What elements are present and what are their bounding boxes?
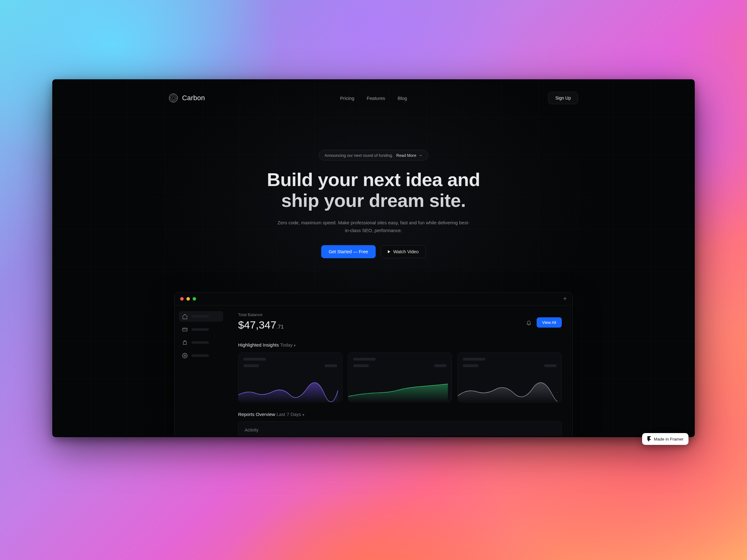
insight-chart-gray: [458, 381, 558, 402]
sidebar-label-skeleton: [191, 328, 209, 331]
plus-icon[interactable]: +: [563, 295, 567, 302]
sidebar-item-home[interactable]: [179, 311, 223, 322]
nav-link-blog[interactable]: Blog: [398, 96, 407, 101]
insight-card[interactable]: [238, 352, 342, 402]
browser-window: Carbon Pricing Features Blog Sign Up Ann…: [52, 79, 695, 437]
insights-scope-label: Today: [280, 342, 292, 348]
skeleton-line: [544, 364, 557, 367]
skeleton-line: [463, 358, 485, 361]
nav-link-pricing[interactable]: Pricing: [340, 96, 354, 101]
insights-title-text: Highlighted Insights: [238, 342, 279, 348]
announcement-pill[interactable]: Announcing our next round of funding. Re…: [319, 150, 429, 161]
watch-video-button[interactable]: Watch Video: [381, 245, 426, 258]
traffic-lights: [180, 297, 196, 300]
insight-chart-purple: [238, 381, 338, 402]
traffic-minimize-icon: [186, 297, 190, 300]
skeleton-line: [353, 364, 369, 367]
insight-chart-green: [348, 381, 448, 402]
sidebar-item-card[interactable]: [179, 324, 223, 335]
chevron-down-icon: ▾: [294, 344, 296, 347]
skeleton-line: [325, 364, 337, 367]
sidebar-label-skeleton: [191, 354, 209, 357]
announcement-text: Announcing our next round of funding.: [325, 153, 393, 158]
skeleton-line: [243, 364, 259, 367]
hero-title: Build your next idea and ship your dream…: [267, 169, 480, 211]
arrow-right-icon: →: [418, 153, 422, 158]
skeleton-line: [353, 358, 376, 361]
insight-cards: [238, 352, 562, 402]
balance-row: Total Balance $47,347.71 View All: [238, 312, 562, 331]
announcement-readmore[interactable]: Read More →: [396, 153, 422, 158]
product-main: Total Balance $47,347.71 View All: [228, 305, 572, 437]
product-screenshot: +: [174, 292, 573, 437]
get-started-button[interactable]: Get Started — Free: [321, 245, 376, 258]
skeleton-line: [463, 364, 479, 367]
signup-button[interactable]: Sign Up: [548, 92, 578, 104]
reports-card[interactable]: Activity: [238, 421, 562, 437]
reports-scope-label: Last 7 Days: [276, 411, 301, 417]
hero-section: Announcing our next round of funding. Re…: [53, 150, 694, 258]
insights-scope[interactable]: Today▾: [280, 342, 296, 348]
bell-icon[interactable]: [526, 320, 532, 325]
watch-video-label: Watch Video: [393, 249, 419, 254]
framer-icon: [647, 436, 651, 442]
sidebar-label-skeleton: [191, 315, 209, 318]
svg-point-1: [184, 355, 186, 356]
made-in-framer-badge[interactable]: Made in Framer: [642, 433, 689, 445]
announcement-cta-label: Read More: [396, 153, 416, 158]
made-in-framer-label: Made in Framer: [654, 437, 684, 442]
hero-title-line1: Build your next idea and: [267, 169, 480, 190]
site-nav: Carbon Pricing Features Blog Sign Up: [53, 89, 694, 107]
hero-ctas: Get Started — Free Watch Video: [321, 245, 426, 258]
hero-title-line2: ship your dream site.: [281, 190, 466, 211]
chevron-down-icon: ▾: [303, 413, 304, 417]
bag-icon: [182, 340, 188, 345]
brand-name: Carbon: [182, 94, 205, 102]
balance-label: Total Balance: [238, 312, 284, 317]
hero-subtitle: Zero code, maximum speed. Make professio…: [277, 219, 470, 235]
svg-rect-0: [183, 328, 187, 331]
nav-links: Pricing Features Blog: [340, 96, 407, 101]
traffic-close-icon: [180, 297, 184, 300]
sidebar-label-skeleton: [191, 341, 209, 344]
skeleton-line: [434, 364, 447, 367]
logo-mark-icon: [169, 94, 178, 102]
traffic-zoom-icon: [193, 297, 196, 300]
skeleton-line: [243, 358, 266, 361]
window-chrome: +: [175, 292, 572, 305]
home-icon: [182, 314, 188, 319]
sidebar-item-bag[interactable]: [179, 337, 223, 348]
insights-title: Highlighted Insights Today▾: [238, 342, 562, 348]
balance-value: $47,347.71: [238, 319, 284, 331]
insight-card[interactable]: [348, 352, 452, 402]
reports-title-text: Reports Overview: [238, 411, 275, 417]
activity-label: Activity: [244, 427, 258, 432]
balance-main: $47,347: [238, 319, 276, 331]
play-icon: [388, 250, 390, 253]
balance-cents: .71: [276, 324, 284, 330]
reports-title: Reports Overview Last 7 Days▾: [238, 411, 562, 417]
product-sidebar: [175, 305, 228, 437]
view-all-button[interactable]: View All: [537, 317, 562, 328]
gear-icon: [182, 353, 188, 358]
brand-logo[interactable]: Carbon: [169, 94, 205, 102]
reports-scope[interactable]: Last 7 Days▾: [276, 411, 304, 417]
sidebar-item-settings[interactable]: [179, 350, 223, 361]
insight-card[interactable]: [458, 352, 562, 402]
card-icon: [182, 327, 188, 332]
nav-link-features[interactable]: Features: [367, 96, 385, 101]
